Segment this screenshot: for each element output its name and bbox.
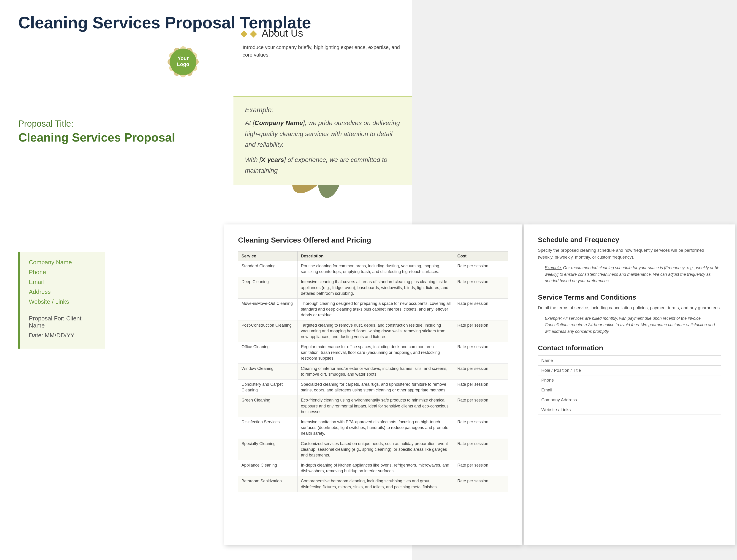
example-box: Example: At [Company Name], we pride our… <box>234 96 412 185</box>
table-row: Green Cleaning Eco-friendly cleaning usi… <box>238 395 508 417</box>
table-row: Office Cleaning Regular maintenance for … <box>238 342 508 364</box>
second-page: Cleaning Services Offered and Pricing Se… <box>224 224 522 545</box>
service-description: Specialized cleaning for carpets, area r… <box>298 380 454 395</box>
about-us-title: About Us <box>262 27 303 39</box>
services-table: Service Description Cost Standard Cleani… <box>238 251 508 492</box>
service-description: Intensive cleaning that covers all areas… <box>298 277 454 299</box>
service-description: Comprehensive bathroom cleaning, includi… <box>298 476 454 492</box>
service-name: Green Cleaning <box>238 395 298 417</box>
col-header-service: Service <box>238 251 298 261</box>
service-description: Customized services based on unique need… <box>298 439 454 460</box>
table-row: Standard Cleaning Routine cleaning for c… <box>238 261 508 277</box>
contact-row: Name <box>538 355 721 365</box>
about-us-description: Introduce your company briefly, highligh… <box>240 44 400 59</box>
contact-row: Website / Links <box>538 405 721 415</box>
service-name: Bathroom Sanitization <box>238 476 298 492</box>
table-row: Disinfection Services Intensive sanitati… <box>238 417 508 439</box>
diamond-icon: ◆ ◆ <box>240 28 257 38</box>
terms-example: Example: All services are billed monthly… <box>545 315 721 335</box>
table-row: Deep Cleaning Intensive cleaning that co… <box>238 277 508 299</box>
service-description: Cleaning of interior and/or exterior win… <box>298 363 454 379</box>
service-name: Deep Cleaning <box>238 277 298 299</box>
x-years-bold: X years <box>261 156 284 163</box>
service-description: Regular maintenance for office spaces, i… <box>298 342 454 364</box>
contact-table: NameRole / Position / TitlePhoneEmailCom… <box>538 355 721 415</box>
contact-field-label: Email <box>538 385 721 395</box>
contact-field-label: Name <box>538 355 721 365</box>
sidebar-website: Website / Links <box>29 298 98 305</box>
about-us-header: ◆ ◆ About Us <box>240 27 400 39</box>
service-cost: Rate per session <box>454 342 508 364</box>
terms-example-label: Example: <box>545 316 562 321</box>
service-cost: Rate per session <box>454 298 508 320</box>
service-cost: Rate per session <box>454 439 508 460</box>
service-cost: Rate per session <box>454 320 508 342</box>
sidebar-phone: Phone <box>29 269 98 276</box>
service-cost: Rate per session <box>454 363 508 379</box>
service-name: Office Cleaning <box>238 342 298 364</box>
service-description: Thorough cleaning designed for preparing… <box>298 298 454 320</box>
table-row: Appliance Cleaning In-depth cleaning of … <box>238 460 508 476</box>
service-description: Targeted cleaning to remove dust, debris… <box>298 320 454 342</box>
contact-row: Company Address <box>538 395 721 405</box>
sidebar-email: Email <box>29 279 98 286</box>
services-table-title: Cleaning Services Offered and Pricing <box>238 236 508 244</box>
table-row: Move-in/Move-Out Cleaning Thorough clean… <box>238 298 508 320</box>
schedule-example-text: Our recommended cleaning schedule for yo… <box>545 265 719 283</box>
service-description: Eco-friendly cleaning using environmenta… <box>298 395 454 417</box>
service-name: Upholstery and Carpet Cleaning <box>238 380 298 395</box>
service-name: Window Cleaning <box>238 363 298 379</box>
sidebar-date: Date: MM/DD/YY <box>29 332 98 339</box>
service-name: Disinfection Services <box>238 417 298 439</box>
about-us-section: ◆ ◆ About Us Introduce your company brie… <box>240 27 400 59</box>
table-row: Post-Construction Cleaning Targeted clea… <box>238 320 508 342</box>
service-description: Intensive sanitation with EPA-approved d… <box>298 417 454 439</box>
svg-text:Logo: Logo <box>177 61 189 67</box>
schedule-example: Example: Our recommended cleaning schedu… <box>545 265 721 284</box>
schedule-heading: Schedule and Frequency <box>538 236 721 244</box>
terms-heading: Service Terms and Conditions <box>538 293 721 301</box>
contact-heading: Contact Information <box>538 344 721 352</box>
logo-area: Your Logo <box>149 27 218 96</box>
sidebar-info-box: Company Name Phone Email Address Website… <box>18 252 105 349</box>
contact-row: Email <box>538 385 721 395</box>
col-header-description: Description <box>298 251 454 261</box>
contact-field-label: Website / Links <box>538 405 721 415</box>
contact-field-label: Company Address <box>538 395 721 405</box>
service-cost: Rate per session <box>454 417 508 439</box>
schedule-example-label: Example: <box>545 265 562 270</box>
example-text-2: With [X years] of experience, we are com… <box>245 154 400 176</box>
service-name: Appliance Cleaning <box>238 460 298 476</box>
service-name: Specialty Cleaning <box>238 439 298 460</box>
contact-row: Role / Position / Title <box>538 365 721 375</box>
third-page: Schedule and Frequency Specify the propo… <box>524 224 735 545</box>
example-label: Example: <box>245 106 400 114</box>
table-row: Specialty Cleaning Customized services b… <box>238 439 508 460</box>
contact-field-label: Phone <box>538 375 721 385</box>
service-cost: Rate per session <box>454 460 508 476</box>
service-cost: Rate per session <box>454 395 508 417</box>
sidebar-proposal-for: Proposal For: Client Name <box>29 315 98 329</box>
table-row: Bathroom Sanitization Comprehensive bath… <box>238 476 508 492</box>
service-cost: Rate per session <box>454 380 508 395</box>
schedule-text: Specify the proposed cleaning schedule a… <box>538 247 721 261</box>
logo-flower-svg: Your Logo <box>149 27 218 96</box>
service-description: Routine cleaning for common areas, inclu… <box>298 261 454 277</box>
service-name: Move-in/Move-Out Cleaning <box>238 298 298 320</box>
example-text: At [Company Name], we pride ourselves on… <box>245 117 400 150</box>
service-cost: Rate per session <box>454 277 508 299</box>
service-cost: Rate per session <box>454 261 508 277</box>
service-cost: Rate per session <box>454 476 508 492</box>
service-name: Standard Cleaning <box>238 261 298 277</box>
terms-text: Detail the terms of service, including c… <box>538 304 721 311</box>
svg-text:Your: Your <box>178 55 189 61</box>
col-header-cost: Cost <box>454 251 508 261</box>
table-row: Window Cleaning Cleaning of interior and… <box>238 363 508 379</box>
service-description: In-depth cleaning of kitchen appliances … <box>298 460 454 476</box>
contact-field-label: Role / Position / Title <box>538 365 721 375</box>
sidebar-address: Address <box>29 288 98 295</box>
company-name-bold: Company Name <box>255 119 303 126</box>
service-name: Post-Construction Cleaning <box>238 320 298 342</box>
sidebar-company: Company Name <box>29 259 98 266</box>
table-row: Upholstery and Carpet Cleaning Specializ… <box>238 380 508 395</box>
